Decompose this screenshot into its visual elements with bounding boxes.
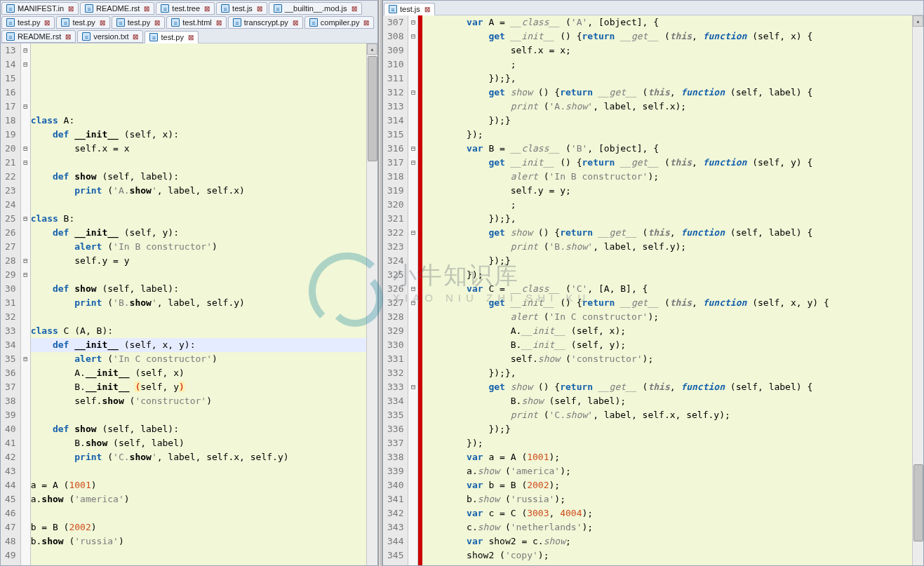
code-line[interactable]: self.y = y: [31, 254, 366, 268]
code-line[interactable]: B.__init__ (self, y);: [422, 338, 912, 352]
code-line[interactable]: def __init__ (self, x):: [31, 128, 366, 142]
vertical-scrollbar-right[interactable]: ▴: [912, 15, 923, 565]
code-line[interactable]: a.show ('america'): [31, 492, 366, 506]
close-icon[interactable]: ⊠: [188, 34, 194, 41]
code-line[interactable]: var b = B (2002);: [422, 478, 912, 492]
code-line[interactable]: c = C (3003, 4004): [31, 562, 366, 565]
code-line[interactable]: B.show (self, label): [31, 436, 366, 450]
code-line[interactable]: class C (A, B):: [31, 324, 366, 338]
code-line[interactable]: get show () {return __get__ (this, funct…: [422, 226, 912, 240]
code-line[interactable]: def show (self, label):: [31, 422, 366, 436]
code-line[interactable]: });: [422, 128, 912, 142]
code-line[interactable]: ;: [422, 198, 912, 212]
code-line[interactable]: ;: [422, 58, 912, 72]
code-line[interactable]: b.show ('russia'): [31, 534, 366, 548]
code-line[interactable]: print ('B.show', label, self.y): [31, 296, 366, 310]
code-line[interactable]: alert ('In B constructor');: [422, 170, 912, 184]
code-line[interactable]: [31, 268, 366, 282]
tab-version-txt[interactable]: ≡version.txt⊠: [77, 30, 143, 43]
editor-left[interactable]: 1314151617181920212223242526272829303132…: [1, 43, 377, 565]
close-icon[interactable]: ⊠: [154, 19, 160, 27]
code-line[interactable]: def show (self, label):: [31, 282, 366, 296]
code-line[interactable]: get __init__ () {return __get__ (this, f…: [422, 156, 912, 170]
code-line[interactable]: class B:: [31, 212, 366, 226]
close-icon[interactable]: ⊠: [257, 5, 262, 13]
close-icon[interactable]: ⊠: [216, 19, 222, 27]
code-line[interactable]: [31, 506, 366, 520]
code-line[interactable]: get __init__ () {return __get__ (this, f…: [422, 296, 912, 310]
code-line[interactable]: [31, 310, 366, 324]
tab-test-js[interactable]: ≡test.js⊠: [216, 2, 267, 15]
tab-test-html[interactable]: ≡test.html⊠: [166, 16, 227, 29]
tab-test-py[interactable]: ≡test.py⊠: [145, 31, 198, 43]
code-line[interactable]: var show2 = c.show;: [422, 534, 912, 548]
code-line[interactable]: b.show ('russia');: [422, 492, 912, 506]
tab-test-py[interactable]: ≡test.py⊠: [56, 16, 109, 29]
code-area-right[interactable]: var A = __class__ ('A', [object], { get …: [422, 15, 912, 565]
code-line[interactable]: });},: [422, 212, 912, 226]
code-line[interactable]: self.x = x: [31, 142, 366, 156]
close-icon[interactable]: ⊠: [351, 5, 357, 13]
code-line[interactable]: [31, 408, 366, 422]
code-line[interactable]: });: [422, 268, 912, 282]
tab-test-py[interactable]: ≡test.py⊠: [112, 16, 165, 29]
code-line[interactable]: b = B (2002): [31, 520, 366, 534]
code-line[interactable]: var A = __class__ ('A', [object], {: [422, 15, 912, 29]
tab-manifest-in[interactable]: ≡MANIFEST.in⊠: [1, 2, 79, 15]
scroll-thumb[interactable]: [913, 464, 923, 541]
tab-test-tree[interactable]: ≡test.tree⊠: [156, 2, 215, 15]
close-icon[interactable]: ⊠: [100, 19, 105, 27]
code-area-left[interactable]: class A: def __init__ (self, x): self.x …: [31, 43, 366, 565]
code-line[interactable]: print ('C.show', label, self.x, self.y): [31, 450, 366, 464]
code-line[interactable]: print ('C.show', label, self.x, self.y);: [422, 408, 912, 422]
close-icon[interactable]: ⊠: [293, 19, 298, 27]
code-line[interactable]: self.show ('constructor'): [31, 394, 366, 408]
tab-transcrypt-py[interactable]: ≡transcrypt.py⊠: [228, 16, 303, 29]
code-line[interactable]: print ('B.show', label, self.y);: [422, 240, 912, 254]
code-line[interactable]: A.__init__ (self, x): [31, 366, 366, 380]
code-line[interactable]: a.show ('america');: [422, 464, 912, 478]
code-line[interactable]: get __init__ () {return __get__ (this, f…: [422, 29, 912, 43]
code-line[interactable]: class A:: [31, 114, 366, 128]
code-line[interactable]: get show () {return __get__ (this, funct…: [422, 86, 912, 100]
code-line[interactable]: });}: [422, 422, 912, 436]
editor-right[interactable]: 3073083093103113123133143153163173183193…: [383, 15, 923, 565]
code-line[interactable]: get show () {return __get__ (this, funct…: [422, 380, 912, 394]
code-line[interactable]: def __init__ (self, x, y):: [31, 338, 366, 352]
scroll-thumb[interactable]: [368, 56, 377, 161]
tab-test-js[interactable]: ≡test.js⊠: [384, 3, 435, 15]
code-line[interactable]: alert ('In B constructor'): [31, 240, 366, 254]
code-line[interactable]: [31, 548, 366, 562]
code-line[interactable]: show2 ('copy');: [422, 548, 912, 562]
code-line[interactable]: alert ('In C constructor'): [31, 352, 366, 366]
close-icon[interactable]: ⊠: [144, 5, 149, 13]
code-line[interactable]: alert ('In C constructor');: [422, 310, 912, 324]
code-line[interactable]: self.x = x;: [422, 43, 912, 58]
close-icon[interactable]: ⊠: [363, 19, 369, 27]
code-line[interactable]: var c = C (3003, 4004);: [422, 506, 912, 520]
code-line[interactable]: print ('A.show', label, self.x): [31, 184, 366, 198]
code-line[interactable]: A.__init__ (self, x);: [422, 324, 912, 338]
code-line[interactable]: self.y = y;: [422, 184, 912, 198]
scroll-up-button[interactable]: ▴: [367, 43, 377, 55]
code-line[interactable]: B.show (self, label);: [422, 394, 912, 408]
tab-compiler-py[interactable]: ≡compiler.py⊠: [304, 16, 375, 29]
tab-readme-rst[interactable]: ≡README.rst⊠: [1, 30, 76, 43]
code-line[interactable]: print ('A.show', label, self.x);: [422, 100, 912, 114]
close-icon[interactable]: ⊠: [44, 19, 50, 27]
code-line[interactable]: var a = A (1001);: [422, 450, 912, 464]
code-line[interactable]: a = A (1001): [31, 478, 366, 492]
code-line[interactable]: });}: [422, 114, 912, 128]
code-line[interactable]: var C = __class__ ('C', [A, B], {: [422, 282, 912, 296]
close-icon[interactable]: ⊠: [204, 5, 210, 13]
close-icon[interactable]: ⊠: [424, 6, 430, 13]
close-icon[interactable]: ⊠: [65, 33, 71, 41]
fold-column-right[interactable]: [408, 15, 418, 565]
tab-__builtin__-mod-js[interactable]: ≡__builtin__.mod.js⊠: [269, 2, 362, 15]
code-line[interactable]: var B = __class__ ('B', [object], {: [422, 142, 912, 156]
code-line[interactable]: });},: [422, 72, 912, 86]
code-line[interactable]: def __init__ (self, y):: [31, 226, 366, 240]
code-line[interactable]: });: [422, 436, 912, 450]
code-line[interactable]: [31, 198, 366, 212]
code-line[interactable]: c.show ('netherlands');: [422, 520, 912, 534]
